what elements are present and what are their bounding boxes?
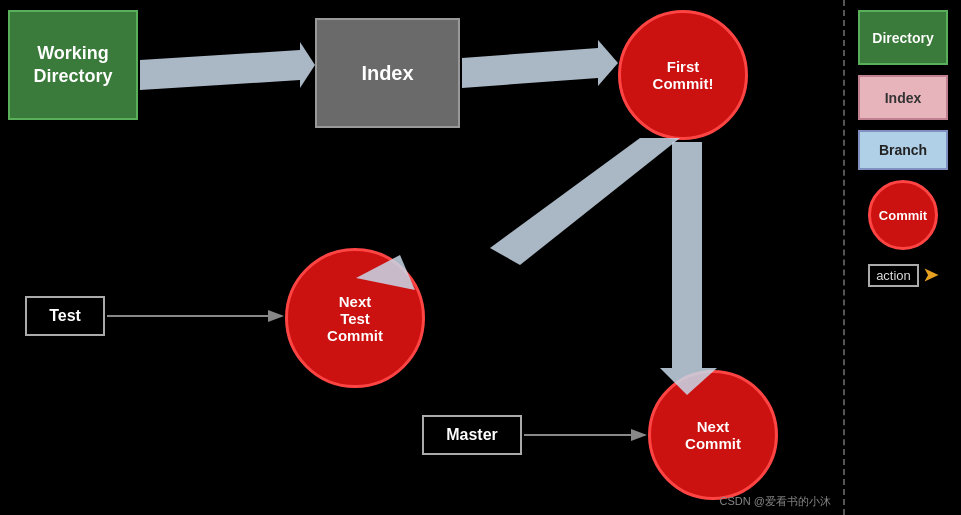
index-label: Index bbox=[361, 62, 413, 85]
working-directory-box: Working Directory bbox=[8, 10, 138, 120]
next-test-commit-label: Next Test Commit bbox=[327, 293, 383, 344]
legend-index-box: Index bbox=[858, 75, 948, 120]
master-label: Master bbox=[446, 426, 498, 444]
test-label: Test bbox=[49, 307, 81, 325]
legend-commit-label: Commit bbox=[879, 208, 927, 223]
legend-branch-box: Branch bbox=[858, 130, 948, 170]
legend-branch-label: Branch bbox=[879, 142, 927, 158]
legend-directory-box: Directory bbox=[858, 10, 948, 65]
svg-marker-4 bbox=[300, 42, 315, 88]
watermark: CSDN @爱看书的小沐 bbox=[720, 494, 831, 509]
diagram: Working Directory Index First Commit! Ne… bbox=[0, 0, 843, 515]
svg-marker-5 bbox=[462, 48, 598, 88]
svg-marker-6 bbox=[598, 40, 618, 86]
legend-directory-label: Directory bbox=[872, 30, 933, 46]
legend-action-box: action bbox=[868, 264, 919, 287]
index-box: Index bbox=[315, 18, 460, 128]
legend-panel: Directory Index Branch Commit action ➤ bbox=[843, 0, 961, 515]
next-test-commit-circle: Next Test Commit bbox=[285, 248, 425, 388]
first-commit-label: First Commit! bbox=[653, 58, 714, 92]
working-directory-label: Working Directory bbox=[33, 42, 112, 89]
next-commit-label: Next Commit bbox=[685, 418, 741, 452]
svg-marker-3 bbox=[140, 50, 300, 90]
svg-marker-9 bbox=[672, 142, 702, 368]
legend-action-row: action ➤ bbox=[858, 260, 948, 290]
next-commit-circle: Next Commit bbox=[648, 370, 778, 500]
svg-marker-7 bbox=[490, 138, 680, 265]
first-commit-circle: First Commit! bbox=[618, 10, 748, 140]
legend-index-label: Index bbox=[885, 90, 922, 106]
master-box: Master bbox=[422, 415, 522, 455]
legend-commit-circle: Commit bbox=[868, 180, 938, 250]
legend-action-arrow-icon: ➤ bbox=[923, 264, 938, 286]
test-box: Test bbox=[25, 296, 105, 336]
